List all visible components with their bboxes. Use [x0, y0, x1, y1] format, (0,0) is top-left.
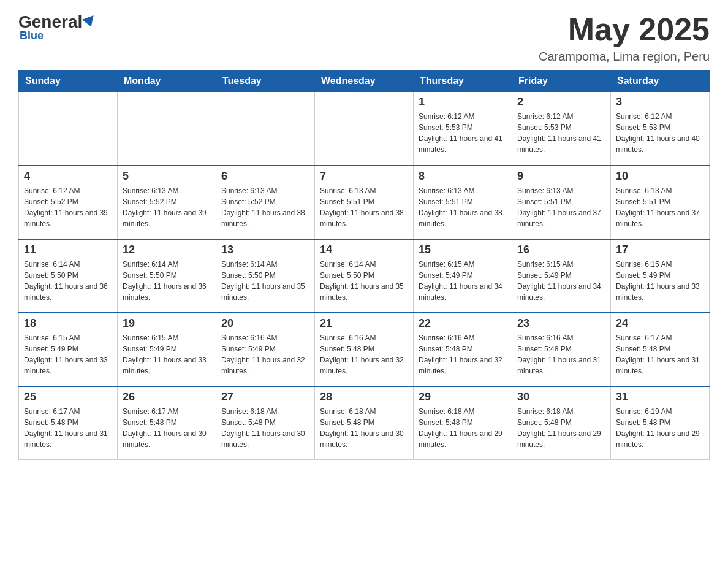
day-info: Sunrise: 6:15 AMSunset: 5:49 PMDaylight:…: [616, 259, 704, 303]
location-title: Carampoma, Lima region, Peru: [539, 50, 710, 64]
logo-triangle-icon: [82, 15, 97, 29]
day-info: Sunrise: 6:16 AMSunset: 5:48 PMDaylight:…: [517, 332, 605, 377]
day-info: Sunrise: 6:13 AMSunset: 5:51 PMDaylight:…: [419, 185, 507, 229]
day-info: Sunrise: 6:14 AMSunset: 5:50 PMDaylight:…: [320, 259, 408, 303]
day-number: 25: [24, 391, 112, 404]
page-header: General Blue May 2025 Carampoma, Lima re…: [18, 12, 710, 64]
day-info: Sunrise: 6:13 AMSunset: 5:52 PMDaylight:…: [123, 185, 211, 229]
weekday-header-saturday: Saturday: [611, 71, 710, 92]
day-number: 4: [24, 170, 112, 183]
day-info: Sunrise: 6:17 AMSunset: 5:48 PMDaylight:…: [24, 406, 112, 450]
day-number: 14: [320, 243, 408, 256]
calendar-cell: 4Sunrise: 6:12 AMSunset: 5:52 PMDaylight…: [19, 166, 118, 239]
title-section: May 2025 Carampoma, Lima region, Peru: [539, 12, 710, 64]
calendar-cell: 26Sunrise: 6:17 AMSunset: 5:48 PMDayligh…: [118, 386, 216, 460]
day-number: 23: [517, 317, 605, 330]
day-number: 27: [221, 391, 309, 404]
calendar-cell: [118, 92, 216, 166]
day-info: Sunrise: 6:17 AMSunset: 5:48 PMDaylight:…: [616, 332, 704, 377]
calendar-cell: [315, 92, 414, 166]
day-info: Sunrise: 6:12 AMSunset: 5:52 PMDaylight:…: [24, 185, 112, 229]
calendar-cell: 29Sunrise: 6:18 AMSunset: 5:48 PMDayligh…: [414, 386, 512, 460]
day-number: 29: [419, 391, 507, 404]
day-number: 31: [616, 391, 704, 404]
month-title: May 2025: [539, 12, 710, 47]
calendar-cell: 20Sunrise: 6:16 AMSunset: 5:49 PMDayligh…: [216, 313, 315, 386]
day-number: 8: [419, 170, 507, 183]
calendar-cell: 3Sunrise: 6:12 AMSunset: 5:53 PMDaylight…: [611, 92, 710, 166]
day-info: Sunrise: 6:12 AMSunset: 5:53 PMDaylight:…: [616, 111, 704, 155]
weekday-header-sunday: Sunday: [19, 71, 118, 92]
logo-blue-text: Blue: [20, 29, 44, 42]
day-info: Sunrise: 6:15 AMSunset: 5:49 PMDaylight:…: [419, 259, 507, 303]
calendar-cell: 12Sunrise: 6:14 AMSunset: 5:50 PMDayligh…: [118, 239, 216, 313]
calendar-table: SundayMondayTuesdayWednesdayThursdayFrid…: [18, 70, 710, 460]
calendar-cell: 1Sunrise: 6:12 AMSunset: 5:53 PMDaylight…: [414, 92, 512, 166]
day-info: Sunrise: 6:13 AMSunset: 5:52 PMDaylight:…: [221, 185, 309, 229]
day-number: 20: [221, 317, 309, 330]
calendar-cell: 17Sunrise: 6:15 AMSunset: 5:49 PMDayligh…: [611, 239, 710, 313]
day-info: Sunrise: 6:16 AMSunset: 5:49 PMDaylight:…: [221, 332, 309, 377]
weekday-header-monday: Monday: [118, 71, 216, 92]
day-number: 24: [616, 317, 704, 330]
day-info: Sunrise: 6:12 AMSunset: 5:53 PMDaylight:…: [517, 111, 605, 155]
day-number: 5: [123, 170, 211, 183]
day-number: 30: [517, 391, 605, 404]
calendar-cell: 13Sunrise: 6:14 AMSunset: 5:50 PMDayligh…: [216, 239, 315, 313]
calendar-cell: 2Sunrise: 6:12 AMSunset: 5:53 PMDaylight…: [512, 92, 611, 166]
day-number: 1: [419, 96, 507, 109]
calendar-week-row: 11Sunrise: 6:14 AMSunset: 5:50 PMDayligh…: [19, 239, 710, 313]
day-number: 2: [517, 96, 605, 109]
day-number: 7: [320, 170, 408, 183]
calendar-cell: 16Sunrise: 6:15 AMSunset: 5:49 PMDayligh…: [512, 239, 611, 313]
day-number: 13: [221, 243, 309, 256]
day-info: Sunrise: 6:18 AMSunset: 5:48 PMDaylight:…: [419, 406, 507, 450]
calendar-cell: 8Sunrise: 6:13 AMSunset: 5:51 PMDaylight…: [414, 166, 512, 239]
day-info: Sunrise: 6:14 AMSunset: 5:50 PMDaylight:…: [221, 259, 309, 303]
day-number: 22: [419, 317, 507, 330]
day-info: Sunrise: 6:16 AMSunset: 5:48 PMDaylight:…: [419, 332, 507, 377]
day-info: Sunrise: 6:13 AMSunset: 5:51 PMDaylight:…: [616, 185, 704, 229]
weekday-header-wednesday: Wednesday: [315, 71, 414, 92]
day-info: Sunrise: 6:19 AMSunset: 5:48 PMDaylight:…: [616, 406, 704, 450]
day-number: 6: [221, 170, 309, 183]
calendar-cell: 24Sunrise: 6:17 AMSunset: 5:48 PMDayligh…: [611, 313, 710, 386]
calendar-week-row: 4Sunrise: 6:12 AMSunset: 5:52 PMDaylight…: [19, 166, 710, 239]
calendar-cell: [19, 92, 118, 166]
day-info: Sunrise: 6:13 AMSunset: 5:51 PMDaylight:…: [517, 185, 605, 229]
calendar-cell: 21Sunrise: 6:16 AMSunset: 5:48 PMDayligh…: [315, 313, 414, 386]
calendar-cell: 25Sunrise: 6:17 AMSunset: 5:48 PMDayligh…: [19, 386, 118, 460]
day-info: Sunrise: 6:12 AMSunset: 5:53 PMDaylight:…: [419, 111, 507, 155]
day-number: 19: [123, 317, 211, 330]
day-number: 9: [517, 170, 605, 183]
day-number: 3: [616, 96, 704, 109]
calendar-week-row: 18Sunrise: 6:15 AMSunset: 5:49 PMDayligh…: [19, 313, 710, 386]
day-number: 28: [320, 391, 408, 404]
calendar-cell: 14Sunrise: 6:14 AMSunset: 5:50 PMDayligh…: [315, 239, 414, 313]
calendar-cell: 7Sunrise: 6:13 AMSunset: 5:51 PMDaylight…: [315, 166, 414, 239]
calendar-cell: 5Sunrise: 6:13 AMSunset: 5:52 PMDaylight…: [118, 166, 216, 239]
calendar-cell: 11Sunrise: 6:14 AMSunset: 5:50 PMDayligh…: [19, 239, 118, 313]
day-info: Sunrise: 6:15 AMSunset: 5:49 PMDaylight:…: [517, 259, 605, 303]
weekday-header-tuesday: Tuesday: [216, 71, 315, 92]
calendar-cell: 27Sunrise: 6:18 AMSunset: 5:48 PMDayligh…: [216, 386, 315, 460]
day-info: Sunrise: 6:14 AMSunset: 5:50 PMDaylight:…: [24, 259, 112, 303]
calendar-header-row: SundayMondayTuesdayWednesdayThursdayFrid…: [19, 71, 710, 92]
calendar-cell: 18Sunrise: 6:15 AMSunset: 5:49 PMDayligh…: [19, 313, 118, 386]
day-number: 12: [123, 243, 211, 256]
logo: General Blue: [18, 12, 96, 42]
day-number: 21: [320, 317, 408, 330]
weekday-header-friday: Friday: [512, 71, 611, 92]
calendar-cell: 31Sunrise: 6:19 AMSunset: 5:48 PMDayligh…: [611, 386, 710, 460]
calendar-cell: 6Sunrise: 6:13 AMSunset: 5:52 PMDaylight…: [216, 166, 315, 239]
calendar-cell: 19Sunrise: 6:15 AMSunset: 5:49 PMDayligh…: [118, 313, 216, 386]
calendar-cell: 9Sunrise: 6:13 AMSunset: 5:51 PMDaylight…: [512, 166, 611, 239]
calendar-cell: 10Sunrise: 6:13 AMSunset: 5:51 PMDayligh…: [611, 166, 710, 239]
day-info: Sunrise: 6:16 AMSunset: 5:48 PMDaylight:…: [320, 332, 408, 377]
day-number: 15: [419, 243, 507, 256]
calendar-cell: 22Sunrise: 6:16 AMSunset: 5:48 PMDayligh…: [414, 313, 512, 386]
day-info: Sunrise: 6:13 AMSunset: 5:51 PMDaylight:…: [320, 185, 408, 229]
day-number: 11: [24, 243, 112, 256]
calendar-cell: 15Sunrise: 6:15 AMSunset: 5:49 PMDayligh…: [414, 239, 512, 313]
day-number: 10: [616, 170, 704, 183]
